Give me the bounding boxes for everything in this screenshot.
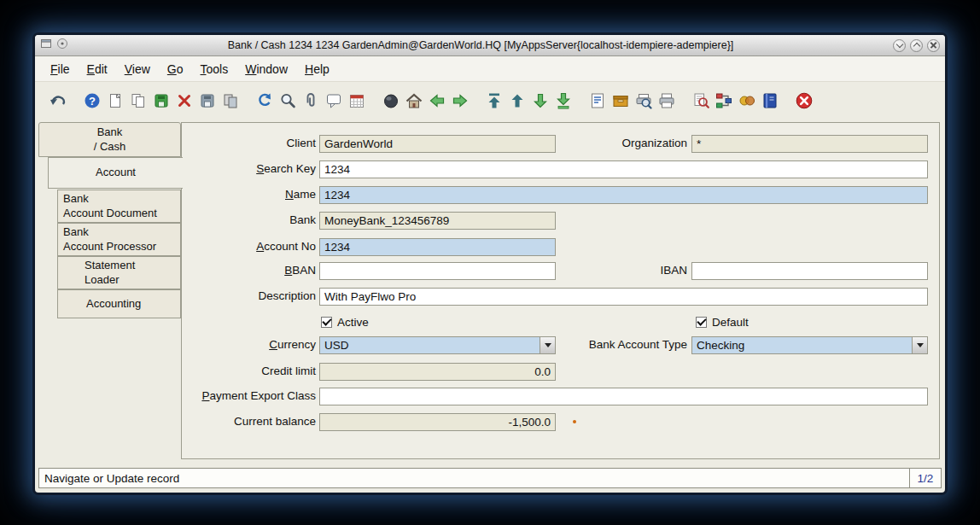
exit-icon[interactable] xyxy=(792,90,815,113)
app-window: Bank / Cash 1234 1234 GardenAdmin@Garden… xyxy=(32,32,948,495)
last-record-icon[interactable] xyxy=(551,90,575,113)
grid-toggle-icon[interactable] xyxy=(379,90,402,113)
description-input[interactable] xyxy=(319,288,928,306)
credit-limit-label: Credit limit xyxy=(188,365,316,377)
client-field: GardenWorld xyxy=(319,135,556,153)
active-workflows-icon[interactable] xyxy=(735,90,758,113)
menu-file[interactable]: File xyxy=(42,59,79,79)
tab-bank-account-document[interactable]: Bank Account Document xyxy=(57,190,181,223)
save-icon[interactable] xyxy=(149,90,172,113)
svg-text:?: ? xyxy=(89,95,96,108)
current-balance-label: Current balance xyxy=(188,415,316,428)
tab-account[interactable]: Account xyxy=(48,157,183,189)
name-label: Name xyxy=(188,188,316,201)
next-record-icon[interactable] xyxy=(448,90,471,113)
menubar: File Edit View Go Tools Window Help xyxy=(35,56,945,82)
menu-edit[interactable]: Edit xyxy=(79,59,116,79)
currency-dropdown-icon[interactable] xyxy=(540,337,555,353)
description-label: Description xyxy=(188,289,316,302)
tab-statement-loader[interactable]: Statement Loader xyxy=(57,256,181,289)
titlebar-circle-icon[interactable] xyxy=(56,38,68,53)
new-record-icon[interactable] xyxy=(103,90,126,113)
iban-input[interactable] xyxy=(691,262,928,280)
active-checkbox[interactable] xyxy=(321,317,332,328)
attachment-icon[interactable] xyxy=(299,90,322,113)
titlebar: Bank / Cash 1234 1234 GardenAdmin@Garden… xyxy=(35,35,945,56)
previous-record-icon[interactable] xyxy=(425,90,448,113)
menu-go[interactable]: Go xyxy=(159,59,192,79)
menu-view[interactable]: View xyxy=(116,59,159,79)
bank-account-type-value: Checking xyxy=(692,337,912,353)
search-key-label: Search Key xyxy=(188,162,316,175)
currency-label: Currency xyxy=(188,338,316,351)
bank-label: Bank xyxy=(188,213,316,226)
close-window-icon[interactable] xyxy=(927,39,940,52)
form-panel: Client GardenWorld Organization * Search… xyxy=(181,122,940,459)
undo-icon[interactable] xyxy=(46,90,69,113)
status-message: Navigate or Update record xyxy=(39,469,909,487)
menu-help[interactable]: Help xyxy=(296,59,338,79)
name-input[interactable] xyxy=(319,186,928,204)
statusbar: Navigate or Update record 1/2 xyxy=(38,468,942,488)
help-icon[interactable]: ? xyxy=(80,90,103,113)
menu-window[interactable]: Window xyxy=(236,59,296,79)
zoom-across-icon[interactable] xyxy=(689,90,712,113)
main-area: Bank / Cash Account Bank Account Documen… xyxy=(35,120,945,466)
print-icon[interactable] xyxy=(655,90,678,113)
shade-window-icon[interactable] xyxy=(893,39,906,52)
bank-account-type-label: Bank Account Type xyxy=(559,338,687,351)
payment-export-class-label: Payment Export Class xyxy=(188,389,316,402)
active-checkbox-label: Active xyxy=(337,316,369,329)
parent-record-icon[interactable] xyxy=(505,90,528,113)
first-record-icon[interactable] xyxy=(482,90,505,113)
search-key-input[interactable] xyxy=(319,160,928,178)
screen: Bank / Cash 1234 1234 GardenAdmin@Garden… xyxy=(0,0,980,525)
currency-value: USD xyxy=(320,337,540,353)
bank-field: MoneyBank_123456789 xyxy=(319,212,556,230)
delete-record-icon[interactable] xyxy=(172,90,195,113)
requery-icon[interactable] xyxy=(253,90,276,113)
account-no-input[interactable] xyxy=(319,238,556,256)
window-title: Bank / Cash 1234 1234 GardenAdmin@Garden… xyxy=(73,39,889,51)
client-label: Client xyxy=(188,137,316,149)
menu-tools[interactable]: Tools xyxy=(192,59,237,79)
default-checkbox[interactable] xyxy=(696,317,707,328)
record-indicator: 1/2 xyxy=(909,469,941,487)
tab-bank-account-processor[interactable]: Bank Account Processor xyxy=(57,223,181,256)
window-menu-icon[interactable] xyxy=(40,38,52,53)
product-info-icon[interactable] xyxy=(758,90,781,113)
tab-bank-cash[interactable]: Bank / Cash xyxy=(38,122,181,157)
calendar-icon[interactable] xyxy=(345,90,368,113)
bban-input[interactable] xyxy=(319,262,556,280)
delete-selection-icon[interactable] xyxy=(219,90,242,113)
bank-account-type-dropdown-icon[interactable] xyxy=(912,337,927,353)
workflow-icon[interactable] xyxy=(712,90,735,113)
copy-record-icon[interactable] xyxy=(126,90,149,113)
credit-limit-field: 0.0 xyxy=(319,363,556,381)
default-checkbox-label: Default xyxy=(712,316,749,329)
bban-label: BBAN xyxy=(188,264,316,277)
default-checkbox-row: Default xyxy=(696,315,749,329)
archive-icon[interactable] xyxy=(609,90,632,113)
save-and-create-icon[interactable] xyxy=(195,90,219,113)
home-icon[interactable] xyxy=(402,90,425,113)
currency-select[interactable]: USD xyxy=(319,336,556,354)
field-hint-dot xyxy=(573,420,576,423)
chat-icon[interactable] xyxy=(322,90,345,113)
print-preview-icon[interactable] xyxy=(632,90,655,113)
maximize-window-icon[interactable] xyxy=(910,39,923,52)
report-icon[interactable] xyxy=(586,90,609,113)
iban-label: IBAN xyxy=(559,264,687,277)
payment-export-class-input[interactable] xyxy=(319,388,928,405)
organization-field: * xyxy=(691,135,928,153)
toolbar: ? xyxy=(35,82,945,120)
bank-account-type-select[interactable]: Checking xyxy=(691,336,928,354)
active-checkbox-row: Active xyxy=(321,315,369,329)
account-no-label: Account No xyxy=(188,240,316,253)
tab-accounting[interactable]: Accounting xyxy=(57,289,181,318)
current-balance-field: -1,500.0 xyxy=(319,413,556,431)
detail-record-icon[interactable] xyxy=(528,90,551,113)
organization-label: Organization xyxy=(559,137,687,149)
lookup-record-icon[interactable] xyxy=(276,90,299,113)
